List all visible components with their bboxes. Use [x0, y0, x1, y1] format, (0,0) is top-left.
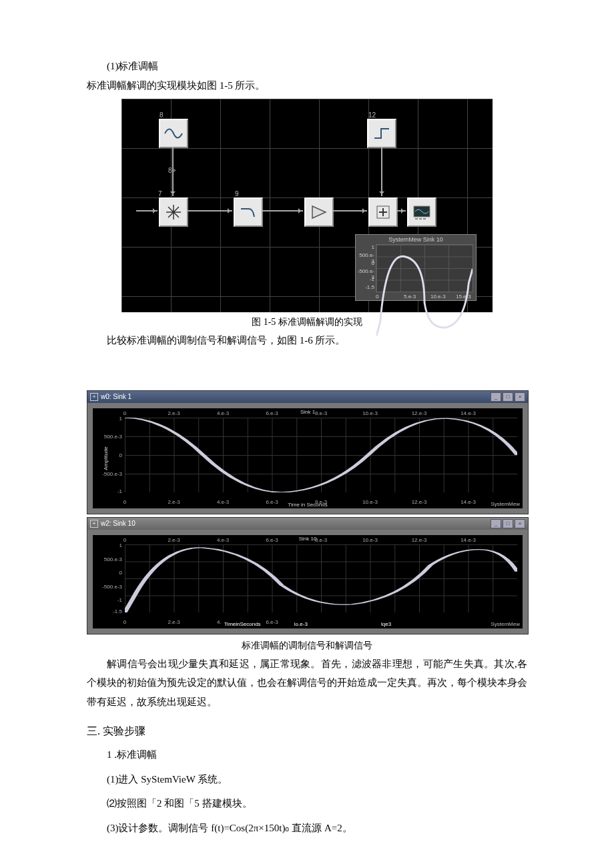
step-source-block[interactable] [367, 119, 396, 148]
expand-icon[interactable]: + [90, 393, 98, 401]
window-title: w2: Sink 10 [101, 520, 135, 527]
multiplier-block[interactable] [159, 197, 188, 227]
step-1: 1 .标准调幅 [107, 745, 527, 765]
window-title: w0: Sink 1 [101, 393, 131, 400]
step-1-2: ⑵按照图「2 和图「5 搭建模块。 [107, 794, 527, 813]
svg-rect-3 [419, 218, 422, 220]
mini-title: SystemMew Sink 10 [357, 236, 475, 243]
brand-label: SystemMew [491, 501, 520, 507]
svg-rect-2 [415, 218, 418, 220]
plot-title: Sink 1 [93, 409, 523, 415]
sink-10-window: +w2: Sink 10 _□× Sink 10 1 500.e-3 0 -50… [87, 517, 529, 634]
para-1: (1)标准调幅 [87, 57, 527, 76]
wire [262, 210, 303, 211]
mini-scope-plot: SystemMew Sink 10 1 500.e-3 0 -500.e-3 -… [355, 234, 477, 301]
sink-10-plot: Sink 10 1 500.e-3 0 -500.e-3 -1 -1.5 0 2… [93, 535, 523, 628]
wire [172, 147, 174, 196]
titlebar[interactable]: +w0: Sink 1 _□× [87, 391, 528, 403]
sink-1-plot: Sink 1 Amplitude 1 500.e-3 0 -500.e-3 -1… [93, 408, 523, 508]
step-1-1: (1)进入 SyStemVieW 系统。 [107, 770, 527, 789]
wire [332, 210, 367, 211]
titlebar[interactable]: +w2: Sink 10 _□× [87, 518, 528, 530]
lpf-block[interactable] [234, 197, 263, 227]
figure-1-5-block-diagram: 8 12 7 9 8> SystemMew Sink 10 1 500.e-3 … [121, 99, 493, 312]
gain-block[interactable] [304, 197, 334, 227]
block-id-12: 12 [368, 111, 376, 119]
x-axis-label: Time in Seconds [93, 502, 523, 508]
wire [187, 210, 232, 211]
figure-1-6-caption: 标准调幅的调制信号和解调信号 [87, 640, 527, 652]
section-steps-heading: 三. 实验步骤 [87, 725, 527, 739]
step-1-3: (3)设计参数。调制信号 f(t)=Cos(2π×150t)₀ 直流源 A=2。 [107, 819, 527, 838]
minimize-icon[interactable]: _ [491, 519, 501, 528]
svg-rect-4 [423, 218, 426, 220]
para-4: 解调信号会出现少量失真和延迟，属正常现象。首先，滤波器非理想，可能产生失真。其次… [87, 655, 527, 712]
sine-source-block[interactable] [159, 119, 188, 148]
wire [396, 210, 406, 211]
plot-title: Sink 10 [93, 536, 523, 542]
block-id-7: 7 [158, 190, 162, 197]
close-icon[interactable]: × [515, 519, 525, 528]
wire [136, 210, 158, 211]
x-axis-label: TimeinSeconds lo.e-3 lqe3 [93, 620, 523, 628]
maximize-icon[interactable]: □ [503, 392, 513, 402]
close-icon[interactable]: × [515, 392, 525, 402]
sink-1-window: +w0: Sink 1 _□× Sink 1 Amplitude 1 500.e… [87, 390, 529, 514]
expand-icon[interactable]: + [90, 520, 98, 528]
adder-block[interactable] [368, 197, 398, 227]
para-2: 标准调幅解调的实现模块如图 1-5 所示。 [87, 76, 527, 95]
block-id-8: 8 [160, 111, 164, 119]
scope-block[interactable] [407, 197, 436, 227]
wire [381, 147, 382, 196]
block-id-9: 9 [235, 190, 239, 197]
brand-label: SystemMew [491, 621, 520, 627]
minimize-icon[interactable]: _ [491, 392, 501, 402]
maximize-icon[interactable]: □ [503, 519, 513, 528]
